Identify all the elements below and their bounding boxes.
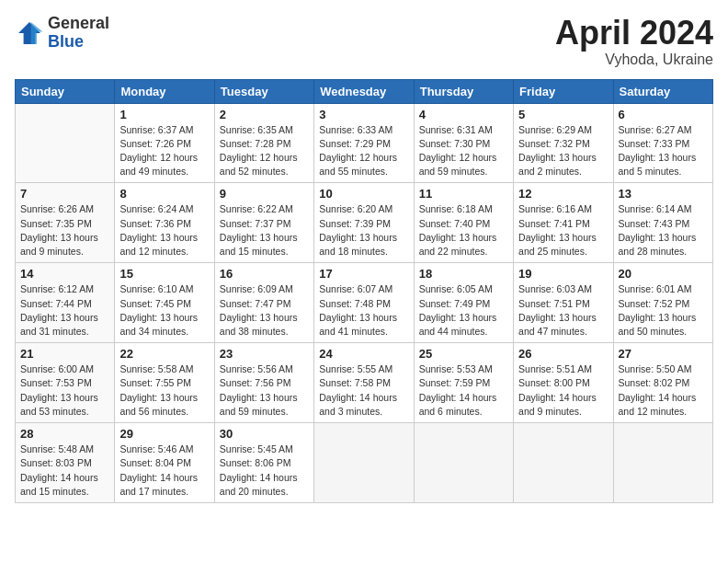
calendar: Sunday Monday Tuesday Wednesday Thursday… [15,79,713,503]
calendar-cell: 14Sunrise: 6:12 AMSunset: 7:44 PMDayligh… [16,263,115,343]
day-number: 7 [20,187,109,201]
svg-marker-0 [18,22,40,44]
calendar-cell: 25Sunrise: 5:53 AMSunset: 7:59 PMDayligh… [414,343,513,423]
col-tuesday: Tuesday [214,79,313,103]
calendar-cell: 7Sunrise: 6:26 AMSunset: 7:35 PMDaylight… [16,183,115,263]
logo-blue: Blue [48,33,109,52]
calendar-cell [613,423,712,503]
calendar-cell: 26Sunrise: 5:51 AMSunset: 8:00 PMDayligh… [514,343,613,423]
day-info: Sunrise: 5:58 AMSunset: 7:55 PMDaylight:… [119,362,209,419]
day-number: 15 [119,267,209,281]
day-info: Sunrise: 6:26 AMSunset: 7:35 PMDaylight:… [20,202,109,259]
calendar-cell: 8Sunrise: 6:24 AMSunset: 7:36 PMDaylight… [115,183,214,263]
day-number: 8 [119,187,209,201]
calendar-cell: 9Sunrise: 6:22 AMSunset: 7:37 PMDaylight… [214,183,313,263]
week-row-3: 14Sunrise: 6:12 AMSunset: 7:44 PMDayligh… [16,263,713,343]
day-number: 24 [319,347,408,361]
page-header: General Blue April 2024 Vyhoda, Ukraine [15,15,713,68]
calendar-cell: 22Sunrise: 5:58 AMSunset: 7:55 PMDayligh… [115,343,214,423]
day-info: Sunrise: 5:56 AMSunset: 7:56 PMDaylight:… [220,362,309,419]
day-number: 2 [220,108,309,121]
calendar-cell: 18Sunrise: 6:05 AMSunset: 7:49 PMDayligh… [414,263,513,343]
calendar-cell: 23Sunrise: 5:56 AMSunset: 7:56 PMDayligh… [214,343,313,423]
col-saturday: Saturday [613,79,712,103]
day-info: Sunrise: 6:22 AMSunset: 7:37 PMDaylight:… [220,202,309,259]
day-info: Sunrise: 6:18 AMSunset: 7:40 PMDaylight:… [419,202,508,259]
calendar-cell [16,103,115,183]
day-info: Sunrise: 6:09 AMSunset: 7:47 PMDaylight:… [220,282,309,339]
calendar-cell: 10Sunrise: 6:20 AMSunset: 7:39 PMDayligh… [314,183,414,263]
calendar-cell: 24Sunrise: 5:55 AMSunset: 7:58 PMDayligh… [314,343,414,423]
day-number: 13 [619,187,708,201]
day-info: Sunrise: 6:00 AMSunset: 7:53 PMDaylight:… [20,362,109,419]
col-sunday: Sunday [16,79,115,103]
day-number: 25 [419,347,508,361]
day-number: 28 [20,427,109,441]
day-number: 3 [319,108,408,121]
calendar-cell: 12Sunrise: 6:16 AMSunset: 7:41 PMDayligh… [514,183,613,263]
calendar-cell: 16Sunrise: 6:09 AMSunset: 7:47 PMDayligh… [214,263,313,343]
calendar-cell: 15Sunrise: 6:10 AMSunset: 7:45 PMDayligh… [115,263,214,343]
day-info: Sunrise: 6:03 AMSunset: 7:51 PMDaylight:… [518,282,608,339]
day-info: Sunrise: 5:50 AMSunset: 8:02 PMDaylight:… [619,362,708,419]
day-info: Sunrise: 6:24 AMSunset: 7:36 PMDaylight:… [119,202,209,259]
calendar-cell: 5Sunrise: 6:29 AMSunset: 7:32 PMDaylight… [514,103,613,183]
calendar-cell: 21Sunrise: 6:00 AMSunset: 7:53 PMDayligh… [16,343,115,423]
calendar-cell: 30Sunrise: 5:45 AMSunset: 8:06 PMDayligh… [214,423,313,503]
logo-icon [15,18,44,48]
day-number: 18 [419,267,508,281]
day-number: 20 [619,267,708,281]
day-info: Sunrise: 6:07 AMSunset: 7:48 PMDaylight:… [319,282,408,339]
day-number: 6 [619,108,708,121]
week-row-2: 7Sunrise: 6:26 AMSunset: 7:35 PMDaylight… [16,183,713,263]
week-row-1: 1Sunrise: 6:37 AMSunset: 7:26 PMDaylight… [16,103,713,183]
day-number: 27 [619,347,708,361]
calendar-cell: 6Sunrise: 6:27 AMSunset: 7:33 PMDaylight… [613,103,712,183]
calendar-header-row: Sunday Monday Tuesday Wednesday Thursday… [16,79,713,103]
week-row-5: 28Sunrise: 5:48 AMSunset: 8:03 PMDayligh… [16,423,713,503]
day-number: 17 [319,267,408,281]
day-info: Sunrise: 5:53 AMSunset: 7:59 PMDaylight:… [419,362,508,419]
day-info: Sunrise: 6:35 AMSunset: 7:28 PMDaylight:… [220,123,309,179]
col-thursday: Thursday [414,79,513,103]
day-info: Sunrise: 6:10 AMSunset: 7:45 PMDaylight:… [119,282,209,339]
location: Vyhoda, Ukraine [555,52,713,68]
calendar-cell [414,423,513,503]
calendar-cell: 4Sunrise: 6:31 AMSunset: 7:30 PMDaylight… [414,103,513,183]
day-number: 26 [518,347,608,361]
calendar-cell: 13Sunrise: 6:14 AMSunset: 7:43 PMDayligh… [613,183,712,263]
day-info: Sunrise: 6:12 AMSunset: 7:44 PMDaylight:… [20,282,109,339]
calendar-cell [314,423,414,503]
day-number: 23 [220,347,309,361]
day-info: Sunrise: 6:05 AMSunset: 7:49 PMDaylight:… [419,282,508,339]
day-number: 21 [20,347,109,361]
day-info: Sunrise: 5:45 AMSunset: 8:06 PMDaylight:… [220,442,309,499]
day-number: 5 [518,108,608,121]
week-row-4: 21Sunrise: 6:00 AMSunset: 7:53 PMDayligh… [16,343,713,423]
calendar-cell: 19Sunrise: 6:03 AMSunset: 7:51 PMDayligh… [514,263,613,343]
day-number: 10 [319,187,408,201]
month-title: April 2024 [555,15,713,52]
day-info: Sunrise: 6:33 AMSunset: 7:29 PMDaylight:… [319,123,408,179]
day-number: 14 [20,267,109,281]
logo: General Blue [15,15,109,52]
col-monday: Monday [115,79,214,103]
day-info: Sunrise: 6:37 AMSunset: 7:26 PMDaylight:… [119,123,209,179]
day-info: Sunrise: 6:20 AMSunset: 7:39 PMDaylight:… [319,202,408,259]
logo-general: General [48,15,109,33]
svg-marker-1 [31,22,43,44]
day-info: Sunrise: 6:31 AMSunset: 7:30 PMDaylight:… [419,123,508,179]
day-number: 29 [119,427,209,441]
calendar-cell [514,423,613,503]
day-info: Sunrise: 6:14 AMSunset: 7:43 PMDaylight:… [619,202,708,259]
col-friday: Friday [514,79,613,103]
day-number: 12 [518,187,608,201]
day-number: 30 [220,427,309,441]
day-number: 9 [220,187,309,201]
day-number: 4 [419,108,508,121]
day-info: Sunrise: 6:29 AMSunset: 7:32 PMDaylight:… [518,123,608,179]
col-wednesday: Wednesday [314,79,414,103]
day-info: Sunrise: 5:48 AMSunset: 8:03 PMDaylight:… [20,442,109,499]
day-number: 22 [119,347,209,361]
day-info: Sunrise: 6:01 AMSunset: 7:52 PMDaylight:… [619,282,708,339]
